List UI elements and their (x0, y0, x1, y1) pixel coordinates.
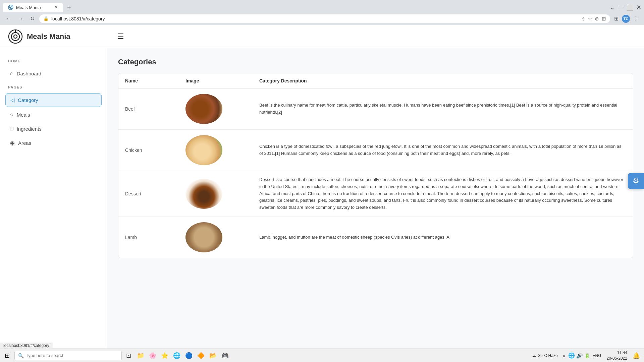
sidebar-label-category: Category (18, 97, 38, 103)
brand: Meals Mania (8, 29, 70, 44)
beef-image (185, 94, 222, 124)
settings-icon: ⚙ (633, 177, 639, 185)
hamburger-button[interactable]: ☰ (117, 32, 124, 41)
close-window-button[interactable]: ✕ (636, 4, 641, 11)
category-icon: ◁ (10, 97, 14, 103)
row-name-dessert: Dessert (125, 191, 185, 196)
address-bar: ← → ↻ 🔒 localhost:8081/#/category ⎋ ☆ ⊕ … (0, 12, 644, 25)
svg-point-4 (11, 33, 19, 41)
sidebar-home-label: HOME (5, 59, 102, 63)
table-row: Chicken Chicken is a type of domesticate… (118, 130, 633, 171)
extension-icon[interactable]: ⊕ (595, 16, 599, 22)
sidebar-item-category[interactable]: ◁ Category (5, 93, 102, 107)
sidebar-item-areas[interactable]: ◉ Areas (5, 136, 102, 149)
brand-logo (8, 29, 23, 44)
status-url: localhost:8081/#/category (3, 343, 49, 348)
row-desc-lamb: Lamb, hogget, and mutton are the meat of… (259, 234, 626, 241)
reload-button[interactable]: ↻ (28, 14, 37, 23)
areas-icon: ◉ (10, 140, 15, 146)
table-row: Dessert Dessert is a course that conclud… (118, 171, 633, 217)
dessert-image (185, 179, 222, 209)
minimize-button[interactable]: — (618, 4, 624, 11)
app-wrapper: Meals Mania ☰ HOME ⌂ Dashboard PAGES ◁ C… (0, 25, 644, 348)
categories-table: Name Image Category Description Beef Bee… (118, 73, 633, 258)
row-image-chicken (185, 135, 259, 165)
maximize-button[interactable]: ⬜ (626, 4, 634, 11)
active-tab[interactable]: Meals Mania × (3, 3, 63, 12)
extensions-button[interactable]: ⊞ (613, 14, 620, 23)
sidebar-label-dashboard: Dashboard (17, 71, 41, 76)
tab-close-button[interactable]: × (55, 5, 58, 10)
table-row: Lamb Lamb, hogget, and mutton are the me… (118, 217, 633, 258)
col-header-desc: Category Description (259, 78, 626, 83)
sidebar: HOME ⌂ Dashboard PAGES ◁ Category ○ Meal… (0, 48, 107, 348)
row-image-dessert (185, 179, 259, 209)
main-content: Categories Name Image Category Descripti… (107, 48, 644, 348)
new-tab-button[interactable]: + (64, 4, 74, 11)
settings-fab[interactable]: ⚙ (628, 173, 644, 189)
profile-icon[interactable]: ⊞ (602, 16, 606, 22)
svg-point-2 (10, 7, 11, 8)
ingredients-icon: □ (10, 126, 13, 132)
sidebar-label-ingredients: Ingredients (17, 126, 42, 132)
row-name-beef: Beef (125, 106, 185, 112)
browser-right-icons: ⊞ TC ⋮ (613, 14, 640, 23)
row-name-chicken: Chicken (125, 147, 185, 153)
app-body: HOME ⌂ Dashboard PAGES ◁ Category ○ Meal… (0, 48, 644, 348)
table-header: Name Image Category Description (118, 73, 633, 88)
menu-button[interactable]: ⋮ (632, 14, 640, 23)
page-title: Categories (118, 58, 633, 66)
address-right-icons: ⎋ ☆ ⊕ ⊞ (582, 16, 606, 22)
app-header: Meals Mania ☰ (0, 25, 644, 48)
browser-chrome: Meals Mania × + ⌄ — ⬜ ✕ ← → ↻ 🔒 localhos… (0, 0, 644, 25)
lamb-image (185, 222, 222, 252)
lock-icon: 🔒 (43, 16, 49, 21)
tab-favicon (8, 5, 13, 10)
bookmark-icon[interactable]: ☆ (588, 16, 592, 22)
tab-title: Meals Mania (16, 5, 52, 10)
sidebar-pages-label: PAGES (5, 85, 102, 89)
row-name-lamb: Lamb (125, 235, 185, 240)
brand-name: Meals Mania (27, 32, 70, 41)
sidebar-item-ingredients[interactable]: □ Ingredients (5, 122, 102, 135)
sidebar-item-meals[interactable]: ○ Meals (5, 108, 102, 121)
row-image-lamb (185, 222, 259, 252)
row-desc-chicken: Chicken is a type of domesticated fowl, … (259, 143, 626, 157)
back-button[interactable]: ← (4, 14, 13, 23)
row-desc-dessert: Dessert is a course that concludes a mea… (259, 176, 626, 211)
row-image-beef (185, 94, 259, 124)
home-icon: ⌂ (10, 70, 13, 76)
svg-point-5 (14, 35, 17, 38)
forward-button[interactable]: → (16, 14, 25, 23)
tab-list-button[interactable]: ⌄ (610, 4, 615, 11)
status-bar: localhost:8081/#/category (0, 343, 53, 348)
sidebar-label-meals: Meals (17, 112, 30, 118)
share-icon[interactable]: ⎋ (582, 16, 585, 21)
avatar[interactable]: TC (622, 15, 630, 23)
tab-bar: Meals Mania × + ⌄ — ⬜ ✕ (0, 0, 644, 12)
chicken-image (185, 135, 222, 165)
meals-icon: ○ (10, 112, 13, 118)
address-text: localhost:8081/#/category (51, 16, 579, 21)
sidebar-item-dashboard[interactable]: ⌂ Dashboard (5, 67, 102, 80)
row-desc-beef: Beef is the culinary name for meat from … (259, 102, 626, 116)
sidebar-label-areas: Areas (18, 140, 31, 146)
table-row: Beef Beef is the culinary name for meat … (118, 88, 633, 130)
tab-extras: ⌄ — ⬜ ✕ (610, 4, 641, 11)
col-header-name: Name (125, 78, 185, 83)
col-header-image: Image (185, 78, 259, 83)
address-input-wrap[interactable]: 🔒 localhost:8081/#/category ⎋ ☆ ⊕ ⊞ (39, 14, 610, 23)
